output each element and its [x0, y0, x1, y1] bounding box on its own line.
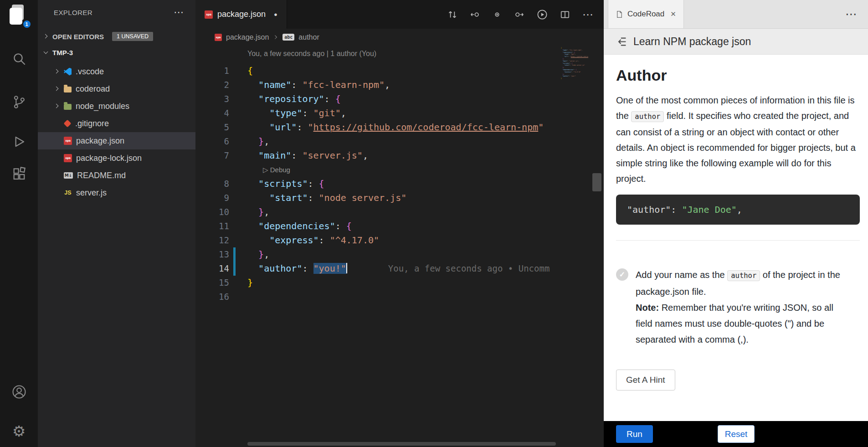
code-editor[interactable]: You, a few seconds ago | 1 author (You) … — [195, 46, 604, 447]
discard-changes-button[interactable] — [492, 10, 502, 20]
code-text: "start": "node server.js" — [247, 191, 406, 205]
split-editor-icon — [560, 10, 570, 20]
chevron-down-icon — [43, 50, 49, 55]
example-code-block: "author": "Jane Doe", — [616, 195, 860, 225]
npm-icon: npm — [64, 154, 72, 162]
panel-tab-strip: CodeRoad ✕ ⋯ — [604, 0, 868, 29]
tree-item-.vscode[interactable]: .vscode — [38, 63, 195, 80]
get-hint-button[interactable]: Get A Hint — [616, 370, 675, 390]
compare-changes-button[interactable] — [447, 10, 457, 20]
arrow-right-circle-icon — [514, 10, 524, 20]
breadcrumb: npm package.json abc author — [195, 29, 604, 46]
close-icon[interactable]: ✕ — [670, 10, 676, 18]
code-text: "express": "^4.17.0" — [247, 233, 379, 247]
horizontal-scrollbar[interactable] — [247, 442, 556, 446]
chevron-right-icon — [273, 35, 278, 39]
previous-change-button[interactable] — [470, 10, 480, 20]
code-line: 16 — [195, 290, 604, 304]
workspace-root-row[interactable]: TMP-3 — [38, 45, 195, 60]
source-control-icon — [12, 95, 26, 109]
tree-item-server.js[interactable]: JSserver.js — [38, 184, 195, 201]
open-editors-section[interactable]: OPEN EDITORS 1 UNSAVED — [38, 28, 195, 45]
next-change-button[interactable] — [514, 10, 524, 20]
reset-button[interactable]: Reset — [718, 425, 755, 443]
code-line: 13 }, — [195, 247, 604, 262]
circle-icon — [492, 10, 502, 20]
tree-item-node_modules[interactable]: node_modules — [38, 98, 195, 115]
breadcrumb-symbol[interactable]: author — [298, 33, 319, 41]
workspace-root-label: TMP-3 — [52, 49, 73, 57]
line-number: 4 — [195, 106, 229, 120]
run-debug-activity-button[interactable] — [0, 134, 38, 149]
text-cursor — [346, 263, 347, 273]
inline-code: author — [631, 111, 664, 122]
lesson-heading: Author — [616, 67, 860, 84]
task-check-icon: ✓ — [616, 268, 628, 281]
account-icon — [11, 384, 27, 400]
tree-item-.gitignore[interactable]: .gitignore — [38, 115, 195, 132]
arrow-left-circle-icon — [470, 10, 480, 20]
code-line: 15} — [195, 276, 604, 290]
code-line: 2 "name": "fcc-learn-npm", — [195, 78, 604, 92]
sidebar-header: EXPLORER ⋯ — [38, 0, 195, 25]
editor-group: npm package.json ● ⋯ npm package.json ab… — [195, 0, 604, 447]
split-editor-button[interactable] — [560, 10, 570, 20]
vscode-icon — [64, 68, 72, 76]
minimap[interactable]: { "name": "fcc-learn-npm", "repository":… — [561, 47, 588, 447]
sidebar-more-button[interactable]: ⋯ — [174, 6, 185, 18]
tree-item-README.md[interactable]: M↓README.md — [38, 167, 195, 184]
tree-item-package-lock.json[interactable]: npmpackage-lock.json — [38, 149, 195, 167]
webview-icon — [616, 10, 623, 18]
run-script-button[interactable] — [537, 9, 548, 20]
code-line: 3 "repository": { — [195, 92, 604, 106]
npm-icon: npm — [215, 34, 222, 41]
line-number: 13 — [195, 247, 229, 262]
run-button[interactable]: Run — [616, 425, 653, 443]
extensions-activity-button[interactable] — [0, 167, 38, 181]
more-actions-button[interactable]: ⋯ — [582, 9, 594, 20]
file-label: package-lock.json — [76, 154, 142, 163]
divider — [616, 240, 860, 241]
explorer-activity-button[interactable]: 1 — [0, 4, 38, 27]
line-number: 2 — [195, 78, 229, 92]
modified-gutter-indicator — [233, 247, 236, 262]
git-compare-icon — [447, 10, 457, 20]
tab-package-json[interactable]: npm package.json ● — [195, 0, 287, 29]
line-number: 9 — [195, 191, 229, 205]
search-icon — [12, 51, 26, 66]
back-icon[interactable] — [615, 36, 627, 48]
tree-item-coderoad[interactable]: coderoad — [38, 80, 195, 98]
debug-codelens[interactable]: ▷ Debug — [263, 163, 290, 177]
code-text: { — [247, 64, 253, 78]
code-text: "author": "you!"You, a few seconds ago •… — [247, 262, 550, 276]
scrollbar-thumb[interactable] — [592, 173, 601, 191]
settings-button[interactable]: ⚙ — [0, 424, 38, 439]
tree-item-package.json[interactable]: npmpackage.json — [38, 132, 195, 149]
code-line: 7 "main": "server.js", — [195, 149, 604, 163]
code-text: "main": "server.js", — [247, 149, 368, 163]
accounts-button[interactable] — [0, 384, 38, 400]
code-line: 5 "url": "https://github.com/coderoad/fc… — [195, 120, 604, 134]
folder-node-icon — [64, 104, 72, 110]
gear-icon: ⚙ — [12, 424, 26, 439]
search-activity-button[interactable] — [0, 51, 38, 66]
editor-tab-strip: npm package.json ● ⋯ — [195, 0, 604, 29]
code-text: }, — [247, 247, 269, 262]
file-label: README.md — [77, 171, 126, 180]
file-label: .vscode — [76, 67, 104, 77]
code-text: }, — [247, 205, 269, 219]
tree-indent — [54, 155, 60, 161]
breadcrumb-file[interactable]: package.json — [226, 33, 269, 41]
text-run: Add your name as the — [636, 270, 727, 280]
code-text: }, — [247, 134, 269, 149]
js-icon: JS — [64, 190, 72, 196]
panel-more-button[interactable]: ⋯ — [845, 7, 858, 21]
tree-indent — [54, 138, 60, 144]
chevron-right-icon — [54, 86, 60, 92]
lesson-content: Author One of the most common pieces of … — [604, 55, 868, 421]
tab-coderoad[interactable]: CodeRoad ✕ — [608, 0, 684, 28]
line-number: 6 — [195, 134, 229, 149]
source-control-activity-button[interactable] — [0, 95, 38, 109]
blame-annotation: You, a few seconds ago | 1 author (You) — [247, 50, 376, 58]
play-circle-icon — [537, 9, 548, 20]
